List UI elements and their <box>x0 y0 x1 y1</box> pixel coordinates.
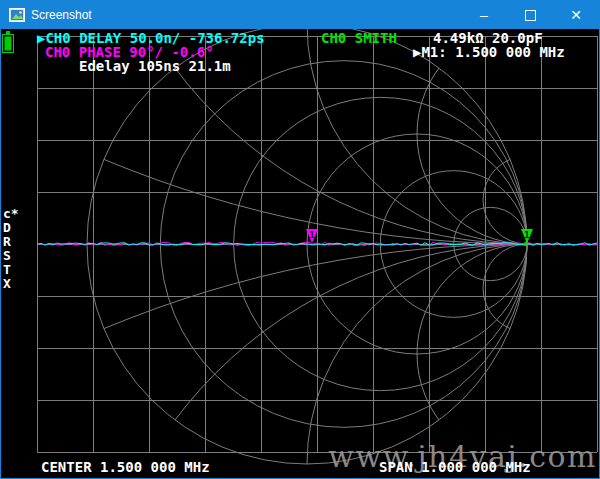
readout-marker-m1: ▶M1: 1.500 000 MHz <box>413 45 565 59</box>
minimize-button[interactable]: – <box>461 1 507 29</box>
side-channel-labels: c* D R S T X <box>3 207 19 291</box>
svg-text:1: 1 <box>524 230 529 240</box>
readout-smith-value: 4.49kΩ 20.0pF <box>433 31 543 45</box>
side-label-s: S <box>3 249 19 263</box>
window-title: Screenshot <box>31 8 92 22</box>
battery-icon <box>2 31 14 53</box>
window-controls: – ✕ <box>461 1 599 29</box>
side-label-c: c* <box>3 207 19 221</box>
maximize-button[interactable] <box>507 1 553 29</box>
footer-center-freq: CENTER 1.500 000 MHz <box>41 460 210 474</box>
side-label-d: D <box>3 221 19 235</box>
app-window: 11 ▶CH0 DELAY 50.0n/ -736.72ps CH0 SMITH… <box>0 0 600 479</box>
window-icon <box>9 8 25 22</box>
readout-edelay: Edelay 105ns 21.1m <box>79 59 231 73</box>
readout-ch0-smith: CH0 SMITH <box>321 31 397 45</box>
side-label-r: R <box>3 235 19 249</box>
footer-span-freq: SPAN 1.000 000 MHz <box>379 460 531 474</box>
readout-ch0-delay: ▶CH0 DELAY 50.0n/ -736.72ps <box>37 31 265 45</box>
close-button[interactable]: ✕ <box>553 1 599 29</box>
side-label-x: X <box>3 277 19 291</box>
titlebar[interactable]: Screenshot – ✕ <box>1 1 599 29</box>
side-label-t: T <box>3 263 19 277</box>
close-icon: ✕ <box>570 7 582 23</box>
readout-ch0-phase: CH0 PHASE 90°/ -0.6° <box>45 45 214 59</box>
svg-text:1: 1 <box>309 230 314 240</box>
minimize-icon: – <box>480 7 488 23</box>
maximize-icon <box>525 10 536 21</box>
